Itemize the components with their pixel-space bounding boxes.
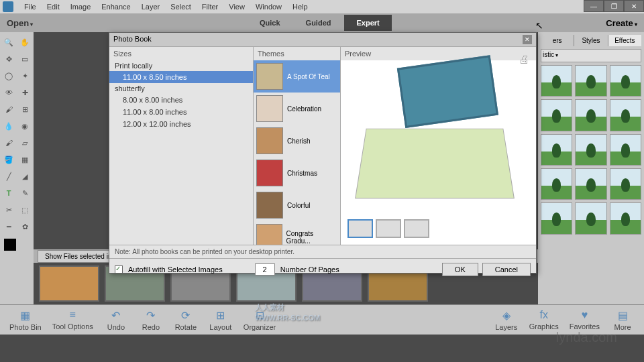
size-item[interactable]: 12.00 x 12.00 inches [109, 118, 253, 130]
size-item[interactable]: 11.00 x 8.00 inches [109, 106, 253, 118]
dialog-title-text: Photo Book [113, 35, 152, 44]
pencil-tool[interactable]: ✎ [17, 186, 32, 200]
foreground-color[interactable] [4, 239, 16, 251]
menubar: File Edit Image Enhance Layer Select Fil… [0, 0, 644, 13]
theme-item[interactable]: Colorful [254, 189, 340, 221]
tab-filters[interactable]: ers [541, 35, 574, 46]
more-button[interactable]: ▤More [606, 308, 639, 333]
gradient-tool[interactable]: ▦ [17, 152, 32, 167]
effect-thumb[interactable] [610, 202, 641, 234]
marquee-tool[interactable]: ▭ [17, 52, 32, 66]
undo-icon: ↶ [111, 309, 120, 322]
type-tool[interactable]: T [1, 186, 16, 200]
preview-thumb[interactable] [404, 219, 429, 238]
cancel-button[interactable]: Cancel [482, 263, 531, 276]
redo-icon: ↷ [146, 309, 155, 322]
straighten-tool[interactable]: ━ [1, 219, 16, 234]
cookie-tool[interactable]: ✿ [17, 219, 32, 234]
menu-window[interactable]: Window [250, 0, 287, 13]
bin-thumb-1[interactable] [39, 265, 99, 302]
theme-item[interactable]: Celebration [254, 93, 340, 125]
size-item[interactable]: 11.00 x 8.50 inches [109, 71, 253, 83]
photobin-button[interactable]: ▦Photo Bin [5, 308, 46, 333]
effect-thumb[interactable] [541, 202, 572, 234]
menu-view[interactable]: View [223, 0, 250, 13]
size-group-local: Print locally [109, 60, 253, 71]
shape-tool[interactable]: ◢ [17, 169, 32, 184]
brush-tool[interactable]: 🖌 [1, 135, 16, 150]
tab-effects[interactable]: Effects [608, 35, 641, 46]
recompose-tool[interactable]: ⬚ [17, 202, 32, 217]
crop-tool[interactable]: ✂ [1, 202, 16, 217]
menu-filter[interactable]: Filter [197, 0, 223, 13]
effect-thumb[interactable] [541, 168, 572, 200]
effect-thumb[interactable] [610, 65, 641, 97]
effect-thumb[interactable] [575, 99, 606, 131]
preview-thumb[interactable] [347, 219, 373, 238]
menu-enhance[interactable]: Enhance [96, 0, 136, 13]
undo-button[interactable]: ↶Undo [100, 308, 132, 333]
theme-item[interactable]: Congrats Gradu... [254, 221, 340, 245]
favorites-button[interactable]: ♥Favorites [566, 308, 604, 333]
tab-quick[interactable]: Quick [248, 15, 292, 31]
size-group-shutterfly: shutterfly [109, 83, 253, 94]
style-dropdown[interactable]: istic [541, 49, 641, 62]
layout-button[interactable]: ⊞Layout [205, 308, 237, 333]
heal-tool[interactable]: ✚ [17, 85, 32, 100]
rotate-button[interactable]: ⟳Rotate [170, 308, 202, 333]
bottombar-right: ◈Layers fxGraphics ♥Favorites ▤More [490, 308, 639, 333]
smart-brush[interactable]: 🖌 [1, 102, 16, 117]
redo-button[interactable]: ↷Redo [135, 308, 167, 333]
layers-button[interactable]: ◈Layers [490, 308, 523, 333]
menu-edit[interactable]: Edit [42, 0, 65, 13]
tab-styles[interactable]: Styles [574, 35, 607, 46]
menu-help[interactable]: Help [287, 0, 313, 13]
maximize-button[interactable]: ❐ [604, 0, 624, 12]
menu-file[interactable]: File [19, 0, 42, 13]
create-button[interactable]: Create [606, 18, 637, 28]
preview-column: Preview 🖨 [341, 47, 536, 245]
theme-item[interactable]: Christmas [254, 157, 340, 189]
menu-image[interactable]: Image [65, 0, 97, 13]
effect-thumb[interactable] [575, 134, 606, 166]
effect-thumb[interactable] [541, 134, 572, 166]
paint-tool[interactable]: 🪣 [1, 152, 16, 167]
close-button[interactable]: ✕ [624, 0, 644, 12]
autofill-checkbox[interactable] [115, 265, 123, 274]
tooloptions-button[interactable]: ≡Tool Options [48, 308, 97, 333]
eraser-tool[interactable]: ▱ [17, 135, 32, 150]
tab-expert[interactable]: Expert [344, 15, 391, 31]
eye-tool[interactable]: 👁 [1, 85, 16, 100]
zoom-tool[interactable]: 🔍 [1, 35, 16, 50]
print-icon[interactable]: 🖨 [519, 54, 529, 66]
effect-thumb[interactable] [575, 65, 606, 97]
effect-thumb[interactable] [541, 99, 572, 131]
blur-tool[interactable]: 💧 [1, 119, 16, 133]
effect-thumb[interactable] [610, 99, 641, 131]
size-item[interactable]: 8.00 x 8.00 inches [109, 94, 253, 106]
dialog-close-button[interactable]: ✕ [523, 35, 532, 44]
effect-thumb[interactable] [610, 168, 641, 200]
eyedropper-tool[interactable]: ╱ [1, 169, 16, 184]
clone-tool[interactable]: ⊞ [17, 102, 32, 117]
tab-guided[interactable]: Guided [294, 15, 343, 31]
menu-layer[interactable]: Layer [136, 0, 166, 13]
effect-thumb[interactable] [610, 134, 641, 166]
move-tool[interactable]: ✥ [1, 52, 16, 66]
theme-item[interactable]: Cherish [254, 125, 340, 157]
lasso-tool[interactable]: ◯ [1, 68, 16, 83]
preview-thumb[interactable] [376, 219, 401, 238]
graphics-button[interactable]: fxGraphics [525, 308, 563, 333]
effect-thumb[interactable] [575, 202, 606, 234]
minimize-button[interactable]: — [584, 0, 604, 12]
theme-item[interactable]: A Spot Of Teal [254, 60, 340, 93]
pages-input[interactable] [255, 263, 275, 276]
open-button[interactable]: Open [7, 18, 33, 28]
hand-tool[interactable]: ✋ [17, 35, 32, 50]
sponge-tool[interactable]: ◉ [17, 119, 32, 133]
wand-tool[interactable]: ✦ [17, 68, 32, 83]
effect-thumb[interactable] [575, 168, 606, 200]
ok-button[interactable]: OK [442, 263, 478, 276]
menu-select[interactable]: Select [165, 0, 197, 13]
effect-thumb[interactable] [541, 65, 572, 97]
